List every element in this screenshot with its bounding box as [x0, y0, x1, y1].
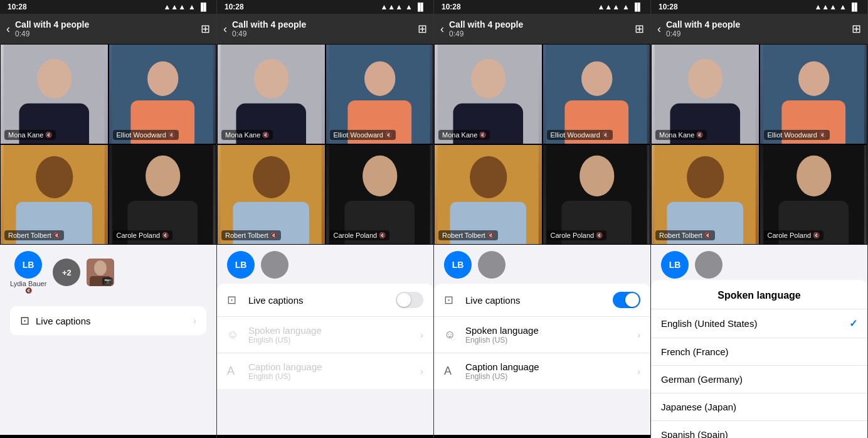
name-badge-mona-3: Mona Kane🔇: [438, 130, 490, 140]
video-cell-mona-4: Mona Kane🔇: [651, 44, 760, 144]
svg-point-40: [688, 59, 722, 99]
bottom-area-2: LB ⊡ Live captions ☺ Spoken language Eng…: [217, 245, 433, 435]
name-badge-robert-3: Robert Tolbert🔇: [438, 230, 498, 240]
mute-icon-mona-1: 🔇: [45, 132, 52, 138]
spoken-lang-title-4: Spoken language: [651, 290, 867, 309]
caption-lang-icon-3: A: [444, 365, 458, 378]
participants-icon-3[interactable]: ⊞: [635, 22, 644, 36]
back-button-4[interactable]: ‹: [657, 23, 661, 36]
captions-menu-icon-2: ⊡: [227, 293, 241, 307]
home-bar-3: [517, 435, 568, 437]
svg-point-4: [147, 61, 178, 96]
svg-point-22: [253, 156, 290, 198]
participant-plus-1: +2: [53, 259, 80, 286]
participant-thumbnail-1: 📷: [87, 259, 114, 286]
bottom-area-3: LB ⊡ Live captions ☺ Spoken language Eng…: [434, 245, 650, 435]
live-captions-menu-row-2[interactable]: ⊡ Live captions: [217, 284, 433, 317]
name-badge-elliot-1: Elliot Woodward 🔇: [113, 130, 179, 140]
svg-point-7: [36, 156, 73, 198]
avatar-gray-3: [478, 251, 505, 279]
status-bar-1: 10:28 ▲▲▲ ▲ ▐▌: [0, 0, 216, 14]
live-captions-content-2: Live captions: [248, 295, 388, 306]
participant-lydia: LB Lydia Bauer 🔇: [10, 251, 46, 294]
participants-icon-1[interactable]: ⊞: [201, 22, 210, 36]
lang-row-spanish[interactable]: Spanish (Spain): [651, 421, 867, 438]
lang-row-german[interactable]: German (Germany): [651, 366, 867, 393]
video-cell-mona-3: Mona Kane🔇: [434, 44, 542, 144]
caption-lang-menu-row-2[interactable]: A Caption language English (US) ›: [217, 353, 433, 389]
live-captions-label-3: Live captions: [465, 295, 605, 306]
call-duration-4: 0:49: [666, 29, 852, 38]
caption-lang-chevron-3: ›: [637, 366, 640, 377]
spoken-lang-content-3: Spoken language English (US): [465, 325, 630, 345]
mute-icon-elliot-1: 🔇: [168, 132, 175, 138]
wifi-icon-2: ▲: [405, 3, 413, 11]
video-cell-carole-4: Carole Poland🔇: [760, 144, 868, 245]
status-bar-4: 10:28 ▲▲▲ ▲ ▐▌: [651, 0, 867, 14]
avatar-lydia-4: LB: [661, 251, 689, 279]
name-badge-mona-1: Mona Kane 🔇: [4, 130, 56, 140]
status-time-4: 10:28: [659, 3, 678, 11]
call-title-2: Call with 4 people: [232, 19, 418, 29]
video-cell-robert-2: Robert Tolbert🔇: [217, 144, 326, 245]
battery-icon-4: ▐▌: [849, 3, 860, 11]
phone-panel-1: 10:28 ▲▲▲ ▲ ▐▌ ‹ Call with 4 people 0:49…: [0, 0, 217, 438]
live-captions-row-1[interactable]: ⊡ Live captions ›: [10, 306, 206, 335]
call-header-4: ‹ Call with 4 people 0:49 ⊞: [651, 14, 867, 44]
name-badge-carole-2: Carole Poland🔇: [330, 230, 390, 240]
phone-panel-2: 10:28 ▲▲▲ ▲ ▐▌ ‹ Call with 4 people 0:49…: [217, 0, 434, 438]
avatar-gray-2: [261, 251, 288, 279]
video-cell-mona-2: Mona Kane🔇: [217, 44, 326, 144]
caption-lang-label-3: Caption language: [465, 361, 630, 372]
svg-point-1: [37, 59, 71, 99]
avatar-lydia-3: LB: [444, 251, 472, 279]
live-captions-label-1: Live captions: [36, 316, 187, 326]
caption-lang-icon-2: A: [227, 365, 241, 378]
caption-lang-menu-row-3[interactable]: A Caption language English (US) ›: [434, 353, 650, 389]
menu-panel-3: ⊡ Live captions ☺ Spoken language Englis…: [434, 284, 650, 389]
call-header-1: ‹ Call with 4 people 0:49 ⊞: [0, 14, 216, 44]
camera-overlay-1: 📷: [102, 277, 113, 285]
live-captions-toggle-off-2[interactable]: [396, 292, 423, 308]
name-badge-mona-2: Mona Kane🔇: [221, 130, 273, 140]
signal-icon: ▲▲▲: [163, 3, 186, 11]
live-captions-menu-row-3[interactable]: ⊡ Live captions: [434, 284, 650, 317]
live-captions-label-2: Live captions: [248, 295, 388, 306]
lang-row-english-us[interactable]: English (United States) ✓: [651, 309, 867, 338]
video-grid-1: Mona Kane 🔇 Elliot Woodward 🔇: [0, 44, 216, 245]
call-duration-1: 0:49: [15, 29, 201, 38]
video-grid-3: Mona Kane🔇 Elliot Woodward🔇 Robert Tolbe…: [434, 44, 650, 245]
call-info-2: Call with 4 people 0:49: [232, 19, 418, 38]
call-info-4: Call with 4 people 0:49: [666, 19, 852, 38]
back-button-1[interactable]: ‹: [6, 23, 10, 36]
back-button-2[interactable]: ‹: [223, 23, 227, 36]
video-cell-elliot-1: Elliot Woodward 🔇: [109, 44, 217, 144]
back-button-3[interactable]: ‹: [440, 23, 444, 36]
lang-row-japanese[interactable]: Japanese (Japan): [651, 393, 867, 421]
spoken-lang-menu-row-2[interactable]: ☺ Spoken language English (US) ›: [217, 317, 433, 353]
menu-panel-2: ⊡ Live captions ☺ Spoken language Englis…: [217, 284, 433, 389]
status-bar-2: 10:28 ▲▲▲ ▲ ▐▌: [217, 0, 433, 14]
avatar-lydia-2: LB: [227, 251, 255, 279]
spoken-lang-value-3: English (US): [465, 336, 630, 345]
home-indicator-2: [217, 435, 433, 438]
participants-icon-2[interactable]: ⊞: [418, 22, 427, 36]
svg-point-46: [687, 156, 724, 198]
name-badge-elliot-3: Elliot Woodward🔇: [547, 130, 613, 140]
call-header-3: ‹ Call with 4 people 0:49 ⊞: [434, 14, 650, 44]
participants-icon-4[interactable]: ⊞: [852, 22, 861, 36]
signal-icon-4: ▲▲▲: [814, 3, 837, 11]
live-captions-toggle-on-3[interactable]: [613, 292, 640, 308]
caption-lang-value-3: English (US): [465, 372, 630, 381]
status-time-3: 10:28: [442, 3, 461, 11]
bottom-area-4: LB Spoken language English (United State…: [651, 245, 867, 438]
signal-icon-3: ▲▲▲: [597, 3, 620, 11]
spoken-lang-icon-2: ☺: [227, 328, 241, 341]
status-bar-3: 10:28 ▲▲▲ ▲ ▐▌: [434, 0, 650, 14]
name-badge-robert-4: Robert Tolbert🔇: [655, 230, 715, 240]
name-badge-carole-1: Carole Poland 🔇: [113, 230, 173, 240]
svg-point-13: [94, 260, 107, 275]
spoken-lang-menu-row-3[interactable]: ☺ Spoken language English (US) ›: [434, 317, 650, 353]
svg-point-19: [364, 61, 395, 96]
lang-row-french[interactable]: French (France): [651, 338, 867, 366]
